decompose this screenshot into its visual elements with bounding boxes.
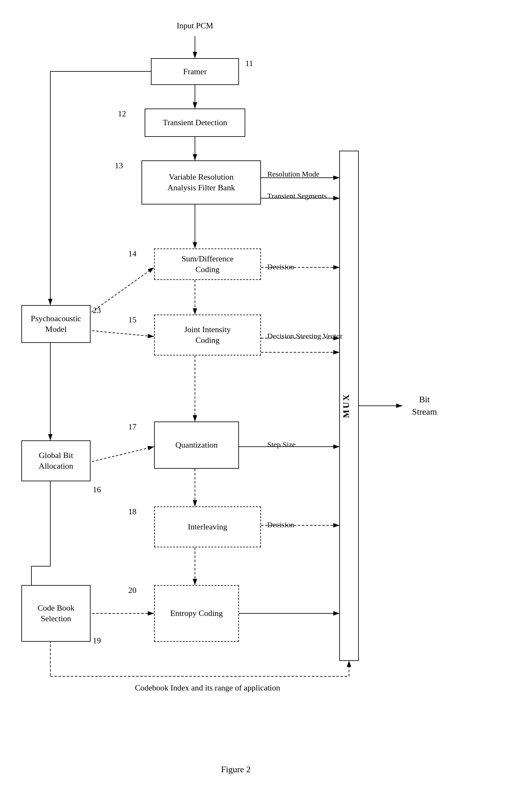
transient-detection-box: Transient Detection [145,109,245,137]
interleaving-number: 18 [128,506,136,517]
sum-difference-number: 14 [128,248,136,259]
mux-label: MUX [340,393,358,418]
entropy-coding-box: Entropy Coding [154,585,239,642]
transient-detection-number: 12 [118,109,126,119]
global-bit-allocation-box: Global Bit Allocation [21,440,90,481]
code-book-selection-box: Code Book Selection [21,585,90,642]
bit-stream-label: Bit Stream [405,393,443,418]
svg-line-18 [88,447,154,463]
interleaving-box: Interleaving [154,506,261,547]
variable-resolution-number: 13 [115,160,123,171]
input-pcm-label: Input PCM [167,20,223,31]
figure-caption: Figure 2 [189,764,283,775]
global-bit-number: 16 [93,484,101,495]
svg-line-16 [88,330,154,337]
step-size-label: Step Size [267,440,296,449]
decision3-label: Decision [267,521,294,529]
psychoacoustic-number: 23 [93,305,101,316]
quantization-number: 17 [128,422,136,432]
framer-number: 11 [245,58,253,69]
decision1-label: Decision [267,263,294,271]
quantization-box: Quantization [154,422,239,469]
entropy-coding-number: 20 [128,585,136,596]
variable-resolution-box: Variable Resolution Analysis Filter Bank [142,160,261,205]
joint-intensity-number: 15 [128,314,136,325]
resolution-mode-label: Resolution Mode [267,170,319,178]
joint-intensity-box: Joint Intensity Coding [154,314,261,355]
psychoacoustic-model-box: Psychoacoustic Model [21,305,90,343]
diagram: Input PCM Framer 11 Transient Detection … [0,0,532,810]
transient-segments-label: Transient Segments [267,192,327,200]
codebook-index-label: Codebook Index and its range of applicat… [50,683,365,693]
framer-box: Framer [151,58,239,85]
sum-difference-box: Sum/Difference Coding [154,248,261,280]
decision2-label: Decision Steering Vector [267,332,343,340]
code-book-number: 19 [93,635,101,646]
